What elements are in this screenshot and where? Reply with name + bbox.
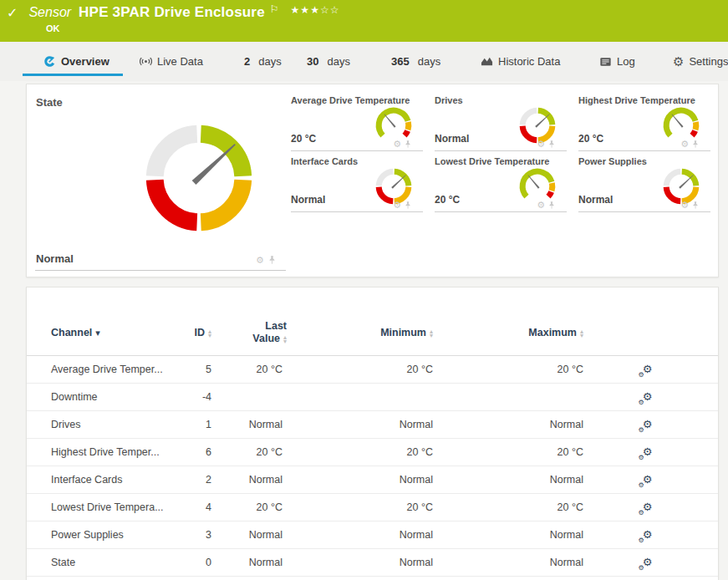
- last-value: Normal: [216, 411, 283, 438]
- tab-settings-label: Settings: [689, 55, 728, 68]
- table-row[interactable]: Drives 1 Normal Normal Normal ⚙⚙: [27, 411, 718, 439]
- sort-icon: ▴▾: [283, 335, 287, 343]
- maximum-value: Normal: [495, 466, 583, 493]
- channel-id: 5: [144, 356, 211, 383]
- gauge-cell-lowest-drive-temperature[interactable]: Lowest Drive Temperature 20 °C ⚙: [433, 151, 577, 212]
- gauge-icon: [43, 55, 56, 68]
- sensor-tabbar: Overview Live Data 2 days 30 days 365 da…: [0, 42, 728, 81]
- pin-icon[interactable]: [268, 255, 276, 265]
- tab-2-days-number: 2: [244, 55, 250, 68]
- gear-icon[interactable]: ⚙: [256, 256, 264, 265]
- gauge-cell-power-supplies[interactable]: Power Supplies Normal ⚙: [577, 151, 720, 212]
- minimum-value: Normal: [344, 411, 433, 438]
- column-header-minimum[interactable]: Minimum▴▾: [344, 327, 433, 338]
- tab-30-days-unit: days: [327, 55, 349, 68]
- column-header-channel[interactable]: Channel▾: [51, 327, 100, 338]
- column-header-maximum[interactable]: Maximum▴▾: [495, 327, 583, 338]
- table-row[interactable]: Power Supplies 3 Normal Normal Normal ⚙⚙: [27, 521, 718, 549]
- tab-365-days[interactable]: 365 days: [391, 55, 440, 68]
- channel-name[interactable]: State: [51, 549, 75, 576]
- maximum-value: Normal: [495, 549, 583, 576]
- gear-icon[interactable]: ⚙: [393, 201, 401, 210]
- gear-icon[interactable]: ⚙: [680, 201, 689, 210]
- gauge-cell-interface-cards[interactable]: Interface Cards Normal ⚙: [289, 151, 433, 212]
- sensor-header: ✓ Sensor HPE 3PAR Drive Enclosure ⚐ ★★★☆…: [0, 0, 728, 42]
- pin-icon[interactable]: [405, 140, 411, 149]
- last-value: 20 °C: [216, 494, 283, 521]
- pin-icon[interactable]: [548, 201, 555, 210]
- gear-icon[interactable]: ⚙: [680, 140, 689, 149]
- tab-historic-data-label: Historic Data: [498, 55, 560, 68]
- gear-icon[interactable]: ⚙: [537, 140, 545, 149]
- gauge-value: 20 °C: [435, 194, 460, 206]
- tab-30-days[interactable]: 30 days: [307, 55, 350, 68]
- column-header-last-value[interactable]: Last Value▴▾: [216, 320, 287, 345]
- gear-icon[interactable]: ⚙: [393, 140, 401, 149]
- table-row[interactable]: Average Drive Temper... 5 20 °C 20 °C 20…: [27, 356, 718, 384]
- pin-icon[interactable]: [405, 201, 411, 210]
- state-gauge-value: Normal: [36, 252, 74, 265]
- tab-log[interactable]: Log: [599, 55, 635, 68]
- pin-icon[interactable]: [692, 140, 699, 149]
- tab-historic-data[interactable]: Historic Data: [481, 55, 560, 68]
- column-label: Last: [265, 320, 287, 332]
- gauge-value: Normal: [435, 133, 469, 145]
- historic-chart-icon: [481, 55, 493, 68]
- status-ok-check-icon: ✓: [7, 5, 18, 21]
- pin-icon[interactable]: [692, 201, 699, 210]
- channels-table-panel: Channel▾ ID▴▾ Last Value▴▾ Minimum▴▾ Max…: [26, 287, 719, 580]
- priority-stars[interactable]: ★★★☆☆: [291, 4, 340, 16]
- channel-id: 0: [144, 549, 211, 576]
- gauges-panel: State Normal ⚙ Average Drive Temperature…: [26, 84, 719, 277]
- tab-settings[interactable]: ⚙ Settings: [673, 55, 728, 68]
- channel-id: 6: [144, 439, 211, 466]
- channel-name[interactable]: Interface Cards: [51, 466, 122, 493]
- table-body: Average Drive Temper... 5 20 °C 20 °C 20…: [27, 356, 718, 577]
- column-header-id[interactable]: ID▴▾: [144, 327, 211, 338]
- tab-30-days-number: 30: [307, 55, 318, 68]
- table-row[interactable]: State 0 Normal Normal Normal ⚙⚙: [27, 549, 718, 577]
- gauge-cell-average-drive-temperature[interactable]: Average Drive Temperature 20 °C ⚙: [289, 90, 433, 151]
- channel-id: 2: [144, 466, 211, 493]
- minimum-value: 20 °C: [344, 494, 433, 521]
- table-row[interactable]: Lowest Drive Tempera... 4 20 °C 20 °C 20…: [27, 494, 718, 521]
- small-gauges-grid: Average Drive Temperature 20 °C ⚙ Drives…: [289, 90, 720, 212]
- last-value: 20 °C: [216, 356, 283, 383]
- flag-icon[interactable]: ⚐: [270, 3, 279, 15]
- channel-name[interactable]: Downtime: [51, 384, 98, 410]
- gauge-title: Interface Cards: [291, 156, 358, 166]
- table-row[interactable]: Downtime -4 ⚙⚙: [27, 384, 718, 411]
- maximum-value: 20 °C: [495, 494, 583, 521]
- tab-2-days[interactable]: 2 days: [244, 55, 282, 68]
- tab-overview[interactable]: Overview: [43, 55, 109, 68]
- table-header: Channel▾ ID▴▾ Last Value▴▾ Minimum▴▾ Max…: [27, 313, 718, 356]
- sensor-status-text: OK: [46, 23, 60, 33]
- live-data-icon: [140, 55, 152, 68]
- maximum-value: Normal: [495, 411, 583, 438]
- channel-settings-icon[interactable]: ⚙⚙: [634, 549, 657, 580]
- settings-gear-icon: ⚙: [673, 55, 684, 68]
- object-kind-label: Sensor: [28, 5, 71, 20]
- tab-overview-label: Overview: [61, 55, 109, 68]
- minimum-value: Normal: [344, 549, 433, 576]
- table-row[interactable]: Highest Drive Temper... 6 20 °C 20 °C 20…: [27, 439, 718, 466]
- gear-icon[interactable]: ⚙: [537, 201, 545, 210]
- tab-365-days-number: 365: [391, 55, 410, 68]
- gauge-cell-drives[interactable]: Drives Normal ⚙: [433, 90, 577, 151]
- minimum-value: Normal: [344, 466, 433, 493]
- maximum-value: 20 °C: [495, 439, 583, 466]
- pin-icon[interactable]: [548, 140, 555, 149]
- sort-icon: ▴▾: [430, 329, 433, 338]
- last-value: Normal: [216, 466, 283, 493]
- channel-id: 4: [144, 494, 211, 521]
- tab-live-data[interactable]: Live Data: [140, 55, 203, 68]
- state-gauge-title: State: [36, 96, 63, 109]
- channel-name[interactable]: Drives: [51, 411, 80, 438]
- last-value: Normal: [216, 521, 283, 548]
- channel-name[interactable]: Power Supplies: [51, 521, 124, 548]
- table-row[interactable]: Interface Cards 2 Normal Normal Normal ⚙…: [27, 466, 718, 494]
- gauge-cell-highest-drive-temperature[interactable]: Highest Drive Temperature 20 °C ⚙: [577, 90, 720, 151]
- state-gauge[interactable]: [132, 111, 266, 245]
- channel-id: -4: [144, 384, 211, 410]
- column-label: ID: [194, 327, 205, 338]
